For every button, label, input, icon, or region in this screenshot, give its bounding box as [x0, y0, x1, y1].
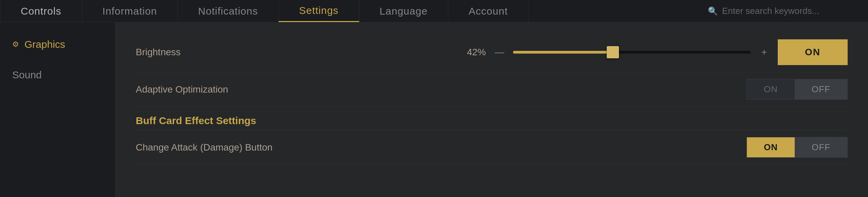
main-layout: ⚙ Graphics Sound Brightness 42% — + ON — [0, 22, 868, 197]
sidebar-item-label-graphics: Graphics — [24, 39, 65, 50]
sidebar-item-label-sound: Sound — [12, 69, 42, 81]
tab-information[interactable]: Information — [82, 0, 178, 22]
brightness-row: Brightness 42% — + ON — [136, 33, 848, 72]
change-attack-on-button[interactable]: ON — [747, 137, 795, 157]
brightness-slider-fill — [513, 51, 613, 54]
brightness-controls: 42% — + ON — [459, 39, 848, 65]
brightness-label: Brightness — [136, 47, 339, 58]
change-attack-toggle: ON OFF — [747, 137, 848, 158]
tab-notifications[interactable]: Notifications — [178, 0, 279, 22]
brightness-on-button[interactable]: ON — [778, 39, 848, 65]
search-input[interactable] — [722, 6, 858, 16]
tab-account[interactable]: Account — [448, 0, 528, 22]
gear-icon: ⚙ — [12, 40, 19, 49]
tab-settings[interactable]: Settings — [279, 0, 359, 22]
buff-card-section-header: Buff Card Effect Settings — [136, 107, 848, 130]
change-attack-row: Change Attack (Damage) Button ON OFF — [136, 130, 848, 165]
adaptive-optimization-label: Adaptive Optimization — [136, 84, 339, 95]
tab-controls[interactable]: Controls — [0, 0, 82, 22]
brightness-value: 42% — [459, 47, 486, 58]
search-icon: 🔍 — [708, 6, 718, 16]
change-attack-off-button[interactable]: OFF — [795, 137, 847, 157]
brightness-slider-track[interactable] — [513, 51, 751, 54]
change-attack-controls: ON OFF — [747, 137, 848, 158]
adaptive-optimization-toggle: ON OFF — [747, 79, 848, 100]
search-area: 🔍 — [698, 0, 868, 22]
adaptive-optimization-on-button[interactable]: ON — [747, 79, 795, 99]
brightness-slider-thumb[interactable] — [607, 46, 619, 58]
tab-language[interactable]: Language — [359, 0, 448, 22]
content-area: Brightness 42% — + ON Adaptive Optimizat… — [115, 22, 868, 197]
adaptive-optimization-off-button[interactable]: OFF — [795, 79, 847, 99]
brightness-decrease-icon[interactable]: — — [493, 47, 506, 58]
adaptive-optimization-row: Adaptive Optimization ON OFF — [136, 72, 848, 107]
adaptive-optimization-controls: ON OFF — [747, 79, 848, 100]
brightness-increase-icon[interactable]: + — [757, 47, 771, 58]
sidebar-item-graphics[interactable]: ⚙ Graphics — [0, 29, 115, 60]
sidebar-item-sound[interactable]: Sound — [0, 60, 115, 90]
top-navigation: Controls Information Notifications Setti… — [0, 0, 868, 22]
change-attack-label: Change Attack (Damage) Button — [136, 142, 339, 153]
sidebar: ⚙ Graphics Sound — [0, 22, 115, 197]
